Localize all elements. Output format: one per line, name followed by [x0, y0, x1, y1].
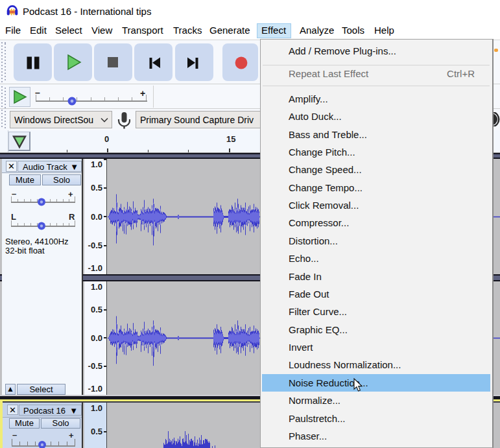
svg-text:+: + [140, 88, 145, 99]
